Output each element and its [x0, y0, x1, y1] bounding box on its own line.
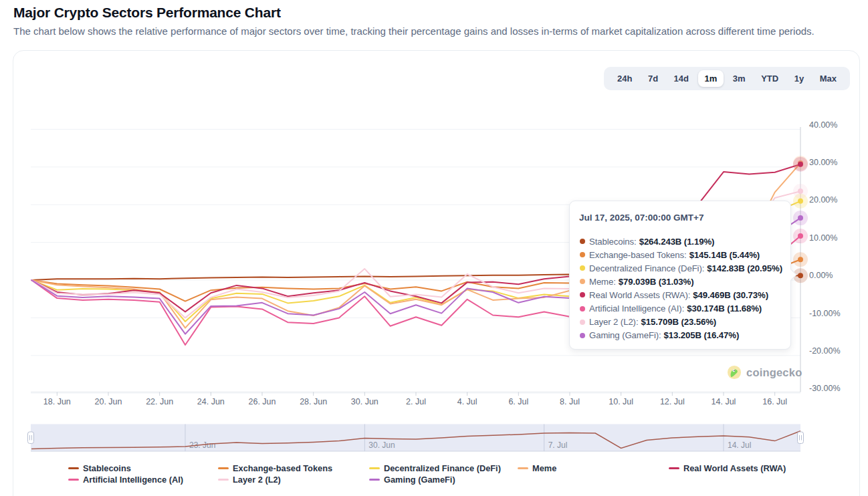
- navigator-handle-left[interactable]: [28, 432, 34, 444]
- x-axis-label: 28. Jun: [300, 397, 327, 406]
- x-axis-label: 2. Jul: [406, 397, 426, 406]
- tooltip-series-dot: [580, 252, 585, 257]
- x-axis-label: 26. Jun: [248, 397, 276, 406]
- x-axis-label: 16. Jul: [762, 397, 787, 406]
- tooltip-series-name: Exchange-based Tokens:: [589, 250, 687, 260]
- tooltip-row: Decentralized Finance (DeFi):$142.83B (2…: [570, 261, 792, 275]
- tooltip-series-value: $142.83B (20.95%): [707, 263, 782, 273]
- tooltip-series-dot: [580, 265, 585, 271]
- legend-dash: [369, 479, 380, 481]
- series-marker: [798, 162, 803, 167]
- y-axis-label: -20.00%: [809, 346, 841, 356]
- tooltip-series-dot: [580, 306, 585, 312]
- y-axis-label: 0.00%: [809, 271, 833, 280]
- legend-label: Decentralized Finance (DeFi): [384, 463, 501, 473]
- legend-item-stablecoins[interactable]: Stablecoins: [68, 463, 131, 473]
- legend-item-gaming-gamefi-[interactable]: Gaming (GameFi): [369, 475, 455, 485]
- tooltip-row: Layer 2 (L2):$15.709B (23.56%): [570, 316, 792, 329]
- tooltip-series-name: Artificial Intelligence (AI):: [589, 303, 684, 314]
- y-axis-label: 10.00%: [809, 233, 837, 243]
- legend-dash: [369, 467, 380, 469]
- navigator-label: 14. Jul: [728, 441, 751, 450]
- y-axis-label: -30.00%: [809, 384, 841, 393]
- legend-label: Exchange-based Tokens: [233, 463, 332, 473]
- tooltip-row: Artificial Intelligence (AI):$30.174B (1…: [570, 301, 792, 315]
- legend-dash: [518, 467, 528, 469]
- legend-dash: [218, 479, 229, 481]
- series-marker: [798, 273, 803, 278]
- legend-label: Gaming (GameFi): [384, 475, 455, 485]
- tooltip-series-value: $79.039B (31.03%): [619, 277, 694, 287]
- legend-label: Layer 2 (L2): [233, 475, 281, 485]
- coingecko-logo-icon: [727, 365, 742, 380]
- x-axis-label: 12. Jul: [660, 397, 685, 406]
- x-axis-label: 14. Jul: [712, 397, 736, 406]
- legend-item-artificial-intelligence-ai-[interactable]: Artificial Intelligence (AI): [68, 475, 183, 485]
- legend-item-exchange-based-tokens[interactable]: Exchange-based Tokens: [218, 463, 332, 473]
- tooltip-series-name: Gaming (GameFi):: [589, 330, 661, 340]
- navigator-label: 30. Jun: [368, 441, 395, 450]
- tooltip-series-value: $264.243B (1.19%): [639, 237, 715, 247]
- tooltip-rows: Stablecoins:$264.243B (1.19%)Exchange-ba…: [570, 235, 792, 342]
- legend-item-meme[interactable]: Meme: [518, 463, 556, 473]
- y-axis-label: 30.00%: [809, 158, 837, 167]
- x-axis-label: 20. Jun: [94, 397, 122, 406]
- tooltip-series-dot: [580, 292, 585, 297]
- tooltip-series-name: Real World Assets (RWA):: [589, 290, 690, 300]
- series-marker: [798, 199, 803, 204]
- tooltip-series-value: $30.174B (11.68%): [687, 303, 762, 314]
- series-marker: [798, 189, 803, 194]
- legend-label: Meme: [532, 463, 556, 473]
- chart-tooltip: Jul 17, 2025, 07:00:00 GMT+7 Stablecoins…: [569, 201, 791, 350]
- x-axis-label: 6. Jul: [508, 397, 528, 406]
- x-axis-label: 24. Jun: [197, 397, 225, 406]
- tooltip-row: Stablecoins:$264.243B (1.19%): [570, 235, 792, 248]
- x-axis-label: 4. Jul: [457, 397, 477, 406]
- series-marker: [798, 257, 803, 262]
- tooltip-series-dot: [580, 279, 585, 284]
- coingecko-watermark-text: coingecko: [746, 366, 802, 379]
- y-axis-label: 40.00%: [809, 120, 837, 130]
- legend-item-layer-2-l2-[interactable]: Layer 2 (L2): [218, 475, 281, 485]
- tooltip-series-dot: [580, 320, 585, 325]
- tooltip-row: Real World Assets (RWA):$49.469B (30.73%…: [570, 288, 792, 301]
- series-marker: [798, 233, 803, 239]
- tooltip-series-value: $13.205B (16.47%): [664, 330, 740, 340]
- series-marker: [798, 215, 803, 221]
- tooltip-row: Gaming (GameFi):$13.205B (16.47%): [570, 329, 792, 342]
- legend-label: Artificial Intelligence (AI): [83, 475, 183, 485]
- tooltip-series-name: Meme:: [589, 277, 616, 287]
- tooltip-date: Jul 17, 2025, 07:00:00 GMT+7: [579, 213, 703, 223]
- legend-label: Real World Assets (RWA): [683, 463, 786, 473]
- tooltip-series-name: Layer 2 (L2):: [589, 317, 638, 327]
- navigator-label: 7. Jul: [548, 441, 568, 450]
- tooltip-series-value: $145.14B (5.44%): [689, 250, 760, 260]
- legend-label: Stablecoins: [83, 463, 131, 473]
- legend-item-decentralized-finance-defi-[interactable]: Decentralized Finance (DeFi): [369, 463, 501, 473]
- legend-dash: [669, 467, 679, 469]
- x-axis-label: 10. Jul: [609, 397, 633, 406]
- legend-dash: [68, 479, 79, 481]
- legend-dash: [218, 467, 229, 469]
- navigator-handle-right[interactable]: [798, 432, 804, 444]
- tooltip-series-value: $15.709B (23.56%): [641, 317, 716, 327]
- x-axis-label: 30. Jun: [351, 397, 378, 406]
- tooltip-series-value: $49.469B (30.73%): [693, 290, 768, 300]
- y-axis-label: -10.00%: [809, 309, 841, 318]
- x-axis-label: 18. Jun: [43, 397, 71, 406]
- x-axis-label: 22. Jun: [146, 397, 173, 406]
- coingecko-watermark: coingecko: [727, 365, 802, 380]
- tooltip-series-dot: [580, 239, 585, 244]
- tooltip-series-name: Decentralized Finance (DeFi):: [589, 263, 704, 273]
- tooltip-series-dot: [580, 333, 585, 338]
- tooltip-row: Meme:$79.039B (31.03%): [570, 275, 792, 288]
- tooltip-row: Exchange-based Tokens:$145.14B (5.44%): [570, 248, 792, 261]
- tooltip-series-name: Stablecoins:: [589, 237, 637, 247]
- y-axis-label: 20.00%: [809, 195, 837, 205]
- x-axis-label: 8. Jul: [560, 397, 580, 406]
- page: Major Crypto Sectors Performance Chart T…: [0, 0, 868, 496]
- legend-dash: [68, 467, 79, 469]
- legend-item-real-world-assets-rwa-[interactable]: Real World Assets (RWA): [669, 463, 786, 473]
